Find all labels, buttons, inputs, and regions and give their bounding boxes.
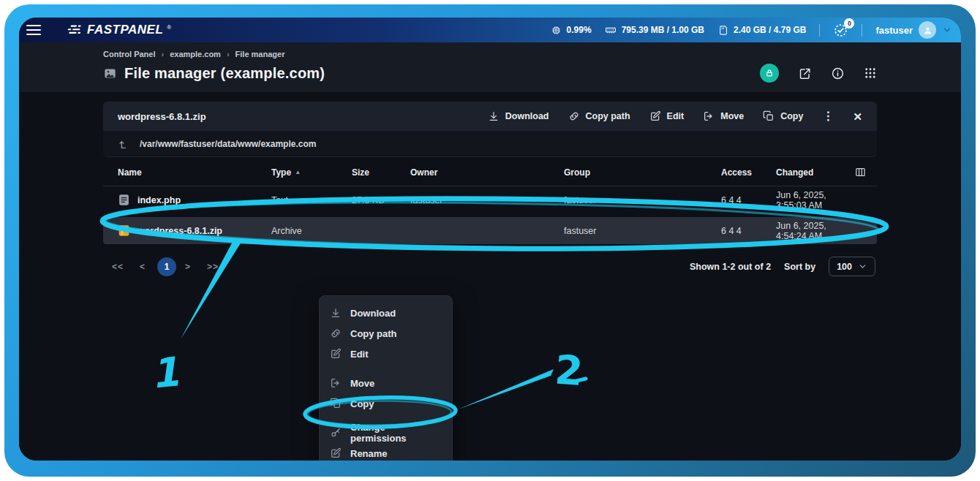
page-header: Control Panel › example.com › File manag…	[19, 42, 961, 92]
shown-summary: Shown 1-2 out of 2	[690, 262, 771, 272]
move-button[interactable]: Move	[703, 110, 744, 122]
column-header-access[interactable]: Access	[721, 167, 776, 178]
edit-button[interactable]: Edit	[649, 110, 685, 122]
sort-by-label: Sort by	[784, 262, 815, 272]
header-actions	[760, 64, 877, 83]
context-menu: Download Copy path Edit Move Copy	[319, 295, 453, 461]
person-icon	[922, 25, 933, 36]
copy-path-button[interactable]: Copy path	[568, 110, 630, 122]
file-changed: Jun 6, 2025, 4:54:24 AM	[776, 221, 848, 241]
username-label: fastuser	[875, 25, 913, 36]
pencil-icon	[330, 447, 342, 459]
column-header-group[interactable]: Group	[564, 167, 721, 178]
column-settings-button[interactable]	[854, 166, 867, 178]
disk-value: 2.40 GB / 4.79 GB	[734, 25, 806, 35]
memory-usage: 795.39 MB / 1.00 GB	[605, 24, 704, 36]
lock-icon	[764, 68, 774, 78]
title-row: File manager (example.com)	[103, 64, 877, 83]
move-icon	[330, 377, 342, 389]
file-group: fastuser	[564, 195, 721, 205]
file-type: Archive	[271, 226, 352, 236]
per-page-select[interactable]: 100	[829, 257, 875, 276]
pencil-icon	[649, 110, 661, 122]
menu-item-rename[interactable]: Rename	[320, 443, 452, 461]
menu-item-download[interactable]: Download	[320, 303, 452, 323]
link-icon	[330, 327, 342, 339]
file-manager-icon	[103, 67, 117, 80]
open-site-button[interactable]	[798, 67, 812, 80]
last-page-button[interactable]: >>	[207, 262, 219, 272]
per-page-value: 100	[837, 262, 852, 272]
prev-page-button[interactable]: <	[140, 262, 146, 272]
chevron-down-icon	[858, 262, 867, 271]
column-header-owner[interactable]: Owner	[410, 167, 564, 178]
close-selection-button[interactable]: ✕	[853, 111, 862, 122]
breadcrumb-file-manager[interactable]: File manager	[235, 50, 285, 58]
key-icon	[330, 427, 342, 439]
main-content: wordpress-6.8.1.zip Download Copy path	[19, 92, 961, 461]
user-menu[interactable]: fastuser	[875, 21, 952, 39]
menu-item-change-permissions[interactable]: Change permissions	[320, 423, 452, 443]
file-size: 27.3 KB	[352, 195, 410, 205]
breadcrumb: Control Panel › example.com › File manag…	[103, 50, 877, 58]
copy-icon	[330, 398, 342, 409]
fastpanel-logo-icon	[66, 23, 83, 37]
current-page-button[interactable]: 1	[157, 257, 176, 276]
file-owner: fastuser	[410, 195, 564, 205]
column-header-size[interactable]: Size	[352, 167, 410, 178]
grid-icon	[864, 67, 877, 80]
menu-item-copy[interactable]: Copy	[320, 393, 452, 414]
column-header-changed[interactable]: Changed	[776, 167, 848, 178]
link-icon	[568, 110, 580, 122]
external-link-icon	[798, 67, 812, 80]
topbar-divider	[819, 24, 820, 37]
menu-toggle-button[interactable]	[26, 21, 48, 39]
cpu-usage: 0.99%	[551, 25, 592, 36]
more-actions-button[interactable]: ⋮	[822, 110, 834, 122]
breadcrumb-site[interactable]: example.com	[170, 50, 221, 58]
topbar: FASTPANEL ® 0.99% 795.39 MB / 1.00 GB 2.…	[19, 18, 961, 42]
current-path: /var/www/fastuser/data/www/example.com	[140, 139, 316, 149]
selected-filename: wordpress-6.8.1.zip	[118, 111, 206, 122]
ram-icon	[605, 24, 617, 36]
up-directory-button[interactable]	[118, 138, 129, 150]
registered-mark: ®	[167, 24, 171, 31]
notifications-button[interactable]: 0	[833, 23, 848, 38]
download-button[interactable]: Download	[488, 110, 549, 122]
selection-toolbar: wordpress-6.8.1.zip Download Copy path	[103, 102, 877, 131]
ssl-status-button[interactable]	[760, 64, 779, 83]
download-icon	[330, 307, 342, 319]
info-icon	[831, 67, 845, 80]
file-group: fastuser	[564, 226, 721, 236]
next-page-button[interactable]: >	[185, 262, 191, 272]
breadcrumb-control-panel[interactable]: Control Panel	[103, 50, 156, 58]
cpu-icon	[551, 25, 562, 36]
cpu-value: 0.99%	[567, 25, 592, 35]
notification-badge: 0	[844, 18, 854, 29]
menu-item-edit[interactable]: Edit	[320, 344, 452, 364]
pencil-icon	[330, 348, 342, 360]
fastpanel-logo[interactable]: FASTPANEL ®	[66, 23, 171, 37]
first-page-button[interactable]: <<	[112, 262, 124, 272]
info-button[interactable]	[831, 67, 845, 80]
file-name: wordpress-6.8.1.zip	[137, 226, 222, 236]
file-name: index.php	[137, 195, 181, 205]
download-icon	[488, 110, 500, 122]
breadcrumb-separator: ›	[227, 50, 230, 58]
table-header: Name Type▲ Size Owner Group Access Chang…	[103, 159, 877, 186]
file-access: 6 4 4	[721, 195, 776, 205]
column-header-type[interactable]: Type▲	[271, 167, 352, 178]
table-row-wordpress-zip[interactable]: wordpress-6.8.1.zip Archive fastuser 6 4…	[103, 217, 877, 244]
column-header-name[interactable]: Name	[118, 167, 271, 178]
menu-item-move[interactable]: Move	[320, 373, 452, 393]
app-window: FASTPANEL ® 0.99% 795.39 MB / 1.00 GB 2.…	[19, 18, 961, 461]
window-frame: FASTPANEL ® 0.99% 795.39 MB / 1.00 GB 2.…	[4, 4, 976, 477]
breadcrumb-separator: ›	[162, 50, 165, 58]
topbar-divider	[862, 24, 862, 37]
sort-asc-icon: ▲	[295, 169, 301, 175]
copy-button[interactable]: Copy	[763, 110, 803, 122]
avatar	[919, 21, 936, 39]
table-row-index-php[interactable]: index.php Text 27.3 KB fastuser fastuser…	[103, 186, 877, 213]
menu-item-copy-path[interactable]: Copy path	[320, 323, 452, 344]
apps-grid-button[interactable]	[864, 67, 877, 80]
